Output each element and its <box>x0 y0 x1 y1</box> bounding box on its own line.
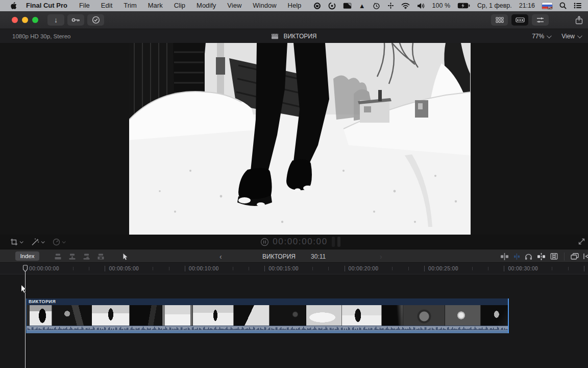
background-tasks-button[interactable] <box>87 14 104 26</box>
ruler-tick <box>345 266 345 271</box>
menu-help[interactable]: Help <box>282 0 307 11</box>
clip-thumbnail[interactable] <box>342 305 382 326</box>
time-machine-icon[interactable] <box>373 2 380 10</box>
clip-thumbnail[interactable] <box>130 305 162 326</box>
zoom-window-button[interactable] <box>32 17 38 23</box>
accessibility-shortcut-icon[interactable] <box>387 2 394 9</box>
ruler-tick <box>169 267 169 270</box>
menu-clip[interactable]: Clip <box>168 0 191 11</box>
menubar-clock[interactable]: 21:16 <box>519 2 535 9</box>
triangle-status-icon[interactable]: ▲ <box>359 2 365 10</box>
clip-thumbnail[interactable] <box>270 305 306 326</box>
timecode-display[interactable]: 00:00:00:00 <box>273 237 327 247</box>
clip-filmstrip[interactable] <box>27 305 508 326</box>
show-timeline-button[interactable] <box>511 14 528 26</box>
clip-thumbnail[interactable] <box>382 305 403 326</box>
playhead-handle[interactable] <box>22 265 28 272</box>
down-arrow-icon: ↓ <box>54 16 58 24</box>
share-icon <box>575 16 583 25</box>
ruler-label: 00:00:10:00 <box>189 265 219 271</box>
skimming-toggle-button[interactable] <box>500 253 509 260</box>
clip-waveform[interactable] <box>27 326 508 330</box>
ruler-tick <box>73 267 74 270</box>
expand-timeline-button[interactable] <box>578 238 585 245</box>
timeline-project-name[interactable]: ВИКТОРИЯ <box>262 253 296 260</box>
audio-skimming-toggle-button[interactable] <box>513 254 520 260</box>
ruler-tick <box>504 266 504 271</box>
viewer-canvas[interactable] <box>0 43 588 235</box>
snapping-toggle-button[interactable] <box>537 253 546 260</box>
ruler-tick <box>472 267 473 270</box>
timeline-clip[interactable]: ВИКТОРИЯ <box>26 298 509 333</box>
apple-logo-icon[interactable] <box>7 2 20 10</box>
final-cut-pro-window: Final Cut Pro File Edit Trim Mark Clip M… <box>0 0 588 368</box>
ruler-tick <box>312 267 313 270</box>
ruler-label: 00:00:00:00 <box>29 265 59 271</box>
import-media-button[interactable]: ↓ <box>47 14 64 26</box>
input-source-flag-icon[interactable]: РС <box>542 3 552 9</box>
timeline-tracks[interactable]: ВИКТОРИЯ <box>0 274 588 368</box>
ruler-label: 00:00:20:00 <box>349 265 379 271</box>
ruler-tick <box>488 267 488 270</box>
spotlight-search-icon[interactable] <box>559 2 567 9</box>
share-button[interactable] <box>575 16 583 25</box>
ruler-label: 00:00:25:00 <box>428 265 458 271</box>
ruler-tick <box>105 266 105 271</box>
sidebar-toggle-button[interactable] <box>583 253 588 260</box>
timeline-history-back-button[interactable]: ‹ <box>219 252 222 261</box>
ruler-tick <box>408 267 409 270</box>
video-frame[interactable] <box>129 43 471 235</box>
menu-modify[interactable]: Modify <box>191 0 222 11</box>
display-icon[interactable] <box>343 3 352 9</box>
clip-thumbnail[interactable] <box>52 305 92 326</box>
clip-thumbnail[interactable] <box>92 305 130 326</box>
menu-file[interactable]: File <box>74 0 95 11</box>
clapperboard-icon <box>271 33 279 39</box>
menubar-date[interactable]: Ср, 1 февр. <box>477 2 512 9</box>
clip-thumbnail[interactable] <box>193 305 234 326</box>
menu-mark[interactable]: Mark <box>142 0 168 11</box>
show-inspector-button[interactable] <box>532 14 549 26</box>
window-titlebar[interactable]: ↓ <box>0 11 588 29</box>
ruler-tick <box>424 266 425 271</box>
clip-thumbnail[interactable] <box>445 305 481 326</box>
clip-thumbnail[interactable] <box>403 305 445 326</box>
control-center-icon[interactable] <box>574 3 582 9</box>
clip-appearance-button[interactable] <box>550 253 558 260</box>
keywords-button[interactable] <box>67 14 84 26</box>
timeline-strip-icon <box>516 17 525 23</box>
browser-grid-icon <box>496 17 504 23</box>
clip-thumbnail[interactable] <box>481 305 508 326</box>
ruler-tick <box>568 267 569 270</box>
record-status-icon[interactable] <box>313 2 321 10</box>
ruler-tick <box>392 267 393 270</box>
duplicate-view-button[interactable] <box>571 253 579 260</box>
menu-view[interactable]: View <box>222 0 247 11</box>
clip-thumbnail[interactable] <box>306 305 342 326</box>
menu-trim[interactable]: Trim <box>118 0 142 11</box>
creative-cloud-icon[interactable] <box>328 2 336 10</box>
show-browser-button[interactable] <box>491 14 508 26</box>
viewer-project-title[interactable]: ВИКТОРИЯ <box>283 33 316 40</box>
audio-meters[interactable] <box>332 237 340 247</box>
timeline-ruler[interactable]: 00:00:00:0000:00:05:0000:00:10:0000:00:1… <box>0 263 588 274</box>
clip-thumbnail[interactable] <box>27 305 52 326</box>
ruler-tick <box>264 266 265 271</box>
volume-icon[interactable] <box>417 3 425 9</box>
wifi-icon[interactable] <box>401 3 410 9</box>
minimize-window-button[interactable] <box>22 17 28 23</box>
clip-name-label: ВИКТОРИЯ <box>27 298 508 305</box>
solo-toggle-button[interactable] <box>525 253 532 260</box>
menubar-app-name[interactable]: Final Cut Pro <box>20 0 74 11</box>
clip-audio-component[interactable] <box>27 330 508 333</box>
timeline-history-forward-button[interactable]: › <box>380 252 382 261</box>
clip-thumbnail[interactable] <box>162 305 193 326</box>
battery-percent-label: 100 % <box>432 2 450 9</box>
ruler-tick <box>153 267 153 270</box>
menu-window[interactable]: Window <box>247 0 282 11</box>
menu-edit[interactable]: Edit <box>95 0 118 11</box>
clip-thumbnail[interactable] <box>234 305 270 326</box>
key-icon <box>71 17 80 22</box>
toolbar-divider <box>564 252 565 261</box>
close-window-button[interactable] <box>12 17 18 23</box>
